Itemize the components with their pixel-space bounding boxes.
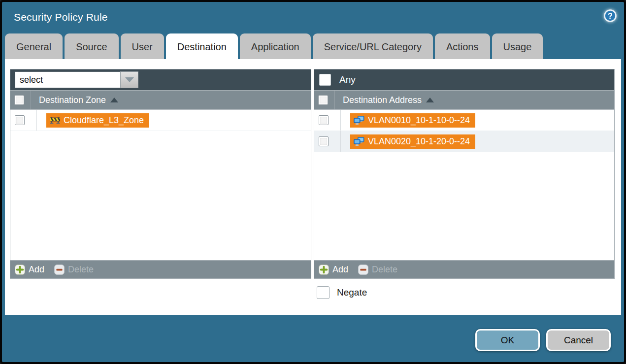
add-icon: [319, 265, 329, 275]
security-policy-rule-dialog: Security Policy Rule ? General Source Us…: [0, 0, 626, 364]
tab-application[interactable]: Application: [240, 33, 311, 59]
zone-column-label: Destination Zone: [39, 95, 106, 105]
tab-usage[interactable]: Usage: [492, 33, 543, 59]
zone-row-checkbox[interactable]: [15, 115, 25, 125]
any-checkbox[interactable]: [319, 74, 331, 86]
sort-ascending-icon[interactable]: [110, 98, 118, 102]
zone-add-label: Add: [29, 265, 44, 275]
negate-option: Negate: [317, 286, 367, 299]
zone-select-all-checkbox[interactable]: [14, 95, 24, 105]
tab-user[interactable]: User: [121, 33, 164, 59]
question-mark-icon: ?: [603, 8, 618, 23]
destination-zone-panel: Destination Zone: [10, 69, 311, 279]
column-divider: [31, 91, 31, 109]
address-entry[interactable]: VLAN0020_10-1-20-0--24: [350, 134, 475, 149]
help-icon[interactable]: ?: [603, 8, 618, 23]
ok-button[interactable]: OK: [475, 329, 540, 351]
zone-icon: [50, 116, 60, 124]
address-entry[interactable]: VLAN0010_10-1-10-0--24: [350, 113, 475, 128]
address-panel-footer: Add Delete: [314, 260, 614, 278]
zone-delete-label: Delete: [68, 265, 94, 275]
dialog-action-bar: OK Cancel: [475, 329, 611, 351]
zone-panel-toolbar: [10, 69, 311, 90]
address-panel-toolbar: Any: [314, 69, 614, 90]
zone-panel-footer: Add Delete: [10, 260, 311, 278]
cancel-button[interactable]: Cancel: [546, 329, 611, 351]
delete-icon: [358, 265, 368, 275]
zone-filter-dropdown-button[interactable]: [120, 71, 138, 88]
zone-filter-input[interactable]: [15, 71, 120, 88]
row-checkbox-cell: [314, 131, 341, 152]
zone-list: Cloudflare_L3_Zone: [10, 110, 311, 260]
dialog-titlebar: Security Policy Rule ?: [2, 2, 624, 33]
tab-bar: General Source User Destination Applicat…: [5, 33, 543, 59]
add-icon: [15, 265, 25, 275]
address-icon: [354, 137, 364, 146]
table-row: VLAN0010_10-1-10-0--24: [314, 110, 614, 131]
address-row-checkbox[interactable]: [319, 115, 329, 125]
address-delete-button[interactable]: Delete: [358, 265, 397, 275]
tab-general[interactable]: General: [5, 33, 63, 59]
zone-column-header: Destination Zone: [10, 90, 311, 110]
dialog-title: Security Policy Rule: [14, 11, 108, 23]
address-column-header: Destination Address: [314, 90, 614, 110]
address-select-all-checkbox[interactable]: [318, 95, 328, 105]
destination-tab-content: Destination Zone: [5, 59, 621, 315]
address-column-label: Destination Address: [343, 95, 422, 105]
tab-service-url-category[interactable]: Service/URL Category: [313, 33, 433, 59]
destination-address-panel: Any Destination Address: [314, 69, 615, 279]
address-delete-label: Delete: [372, 265, 397, 275]
tab-actions[interactable]: Actions: [435, 33, 490, 59]
any-label: Any: [339, 74, 356, 85]
address-add-button[interactable]: Add: [319, 265, 348, 275]
address-list: VLAN0010_10-1-10-0--24: [314, 110, 614, 260]
delete-icon: [54, 265, 65, 275]
tab-destination[interactable]: Destination: [166, 33, 238, 59]
address-row-checkbox[interactable]: [319, 136, 329, 146]
table-row: Cloudflare_L3_Zone: [10, 110, 311, 131]
address-icon: [354, 116, 364, 125]
sort-ascending-icon[interactable]: [426, 98, 434, 102]
row-checkbox-cell: [314, 110, 341, 131]
table-row: VLAN0020_10-1-20-0--24: [314, 131, 614, 152]
address-add-label: Add: [332, 265, 348, 275]
address-entry-label: VLAN0010_10-1-10-0--24: [368, 115, 470, 126]
zone-entry[interactable]: Cloudflare_L3_Zone: [46, 113, 149, 128]
zone-filter-combo: [15, 71, 138, 88]
column-divider: [334, 91, 335, 109]
zone-add-button[interactable]: Add: [15, 265, 44, 275]
negate-checkbox[interactable]: [317, 286, 329, 299]
negate-label: Negate: [337, 287, 367, 298]
zone-entry-label: Cloudflare_L3_Zone: [64, 115, 144, 126]
address-entry-label: VLAN0020_10-1-20-0--24: [368, 136, 470, 147]
svg-text:?: ?: [608, 12, 613, 20]
zone-delete-button[interactable]: Delete: [54, 265, 94, 275]
chevron-down-icon: [125, 77, 134, 82]
row-checkbox-cell: [10, 110, 37, 131]
tab-source[interactable]: Source: [65, 33, 118, 59]
